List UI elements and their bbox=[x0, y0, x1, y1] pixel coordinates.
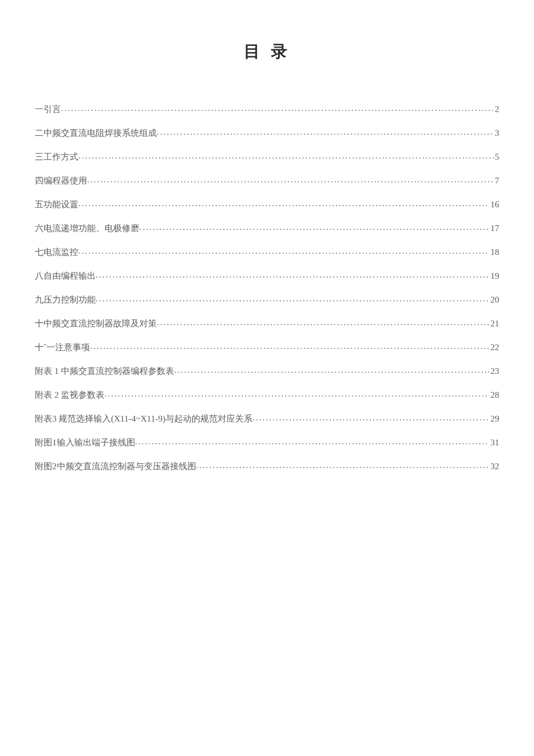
toc-label: 七电流监控 bbox=[35, 246, 78, 258]
toc-label: 八自由编程输出 bbox=[35, 270, 96, 282]
toc-entry: 五功能设置 16 bbox=[35, 199, 499, 211]
toc-leader-dots bbox=[139, 221, 489, 233]
toc-entry: 附表 2 监视参数表 28 bbox=[35, 389, 499, 401]
toc-label: 十中频交直流控制器故障及对策 bbox=[35, 318, 157, 330]
table-of-contents: 一引言 2 二中频交直流电阻焊接系统组成 3 三工作方式 5 四编程器使用 7 … bbox=[35, 103, 499, 473]
toc-leader-dots bbox=[78, 197, 489, 210]
toc-leader-dots bbox=[78, 245, 489, 257]
page-title: 目 录 bbox=[35, 41, 499, 63]
toc-entry: 七电流监控 18 bbox=[35, 246, 499, 258]
toc-label: 附表3 规范选择输入(X11-4~X11-9)与起动的规范对应关系 bbox=[35, 413, 252, 425]
toc-label: 附图2中频交直流流控制器与变压器接线图 bbox=[35, 460, 196, 473]
toc-label: 六电流递增功能、电极修磨 bbox=[35, 222, 139, 235]
toc-leader-dots bbox=[252, 412, 489, 424]
toc-leader-dots bbox=[61, 102, 494, 114]
toc-leader-dots bbox=[157, 126, 494, 138]
toc-page-number: 29 bbox=[489, 413, 499, 425]
toc-entry: 六电流递增功能、电极修磨 17 bbox=[35, 222, 499, 235]
toc-leader-dots bbox=[157, 316, 489, 329]
toc-label: 二中频交直流电阻焊接系统组成 bbox=[35, 127, 157, 139]
toc-leader-dots bbox=[78, 150, 494, 162]
toc-entry: 三工作方式 5 bbox=[35, 151, 499, 163]
toc-page-number: 19 bbox=[489, 270, 499, 282]
toc-label: 附表 1 中频交直流控制器编程参数表 bbox=[35, 365, 174, 377]
toc-leader-dots bbox=[87, 174, 494, 186]
toc-page-number: 28 bbox=[489, 389, 499, 401]
toc-page-number: 2 bbox=[494, 103, 500, 116]
toc-page-number: 7 bbox=[494, 175, 500, 187]
toc-label: 一引言 bbox=[35, 103, 61, 116]
toc-label: 十ˆ一注意事项 bbox=[35, 341, 90, 354]
toc-entry: 九压力控制功能 20 bbox=[35, 294, 499, 306]
toc-page-number: 17 bbox=[489, 222, 499, 235]
toc-page-number: 31 bbox=[489, 437, 499, 449]
toc-entry: 四编程器使用 7 bbox=[35, 175, 499, 187]
toc-page-number: 18 bbox=[489, 246, 499, 258]
toc-label: 附表 2 监视参数表 bbox=[35, 389, 104, 401]
toc-entry: 八自由编程输出 19 bbox=[35, 270, 499, 282]
toc-page-number: 22 bbox=[489, 341, 499, 354]
toc-label: 四编程器使用 bbox=[35, 175, 87, 187]
toc-leader-dots bbox=[90, 340, 489, 352]
toc-page-number: 32 bbox=[489, 460, 499, 473]
toc-entry: 二中频交直流电阻焊接系统组成 3 bbox=[35, 127, 499, 139]
toc-label: 附图1输入输出端子接线图 bbox=[35, 437, 135, 449]
toc-page-number: 16 bbox=[489, 199, 499, 211]
toc-entry: 附图1输入输出端子接线图 31 bbox=[35, 437, 499, 449]
toc-leader-dots bbox=[96, 293, 489, 305]
toc-leader-dots bbox=[135, 435, 490, 448]
toc-entry: 十ˆ一注意事项 22 bbox=[35, 341, 499, 354]
toc-leader-dots bbox=[196, 459, 490, 471]
toc-entry: 附图2中频交直流流控制器与变压器接线图 32 bbox=[35, 460, 499, 473]
toc-leader-dots bbox=[174, 364, 489, 376]
toc-page-number: 23 bbox=[489, 365, 499, 377]
toc-leader-dots bbox=[104, 388, 489, 400]
toc-entry: 十中频交直流控制器故障及对策 21 bbox=[35, 318, 499, 330]
toc-entry: 附表 1 中频交直流控制器编程参数表 23 bbox=[35, 365, 499, 377]
toc-entry: 附表3 规范选择输入(X11-4~X11-9)与起动的规范对应关系 29 bbox=[35, 413, 499, 425]
toc-leader-dots bbox=[96, 269, 489, 281]
toc-label: 三工作方式 bbox=[35, 151, 78, 163]
toc-page-number: 20 bbox=[489, 294, 499, 306]
toc-entry: 一引言 2 bbox=[35, 103, 499, 116]
toc-page-number: 3 bbox=[494, 127, 500, 139]
toc-label: 九压力控制功能 bbox=[35, 294, 96, 306]
toc-label: 五功能设置 bbox=[35, 199, 78, 211]
toc-page-number: 5 bbox=[494, 151, 500, 163]
toc-page-number: 21 bbox=[489, 318, 499, 330]
